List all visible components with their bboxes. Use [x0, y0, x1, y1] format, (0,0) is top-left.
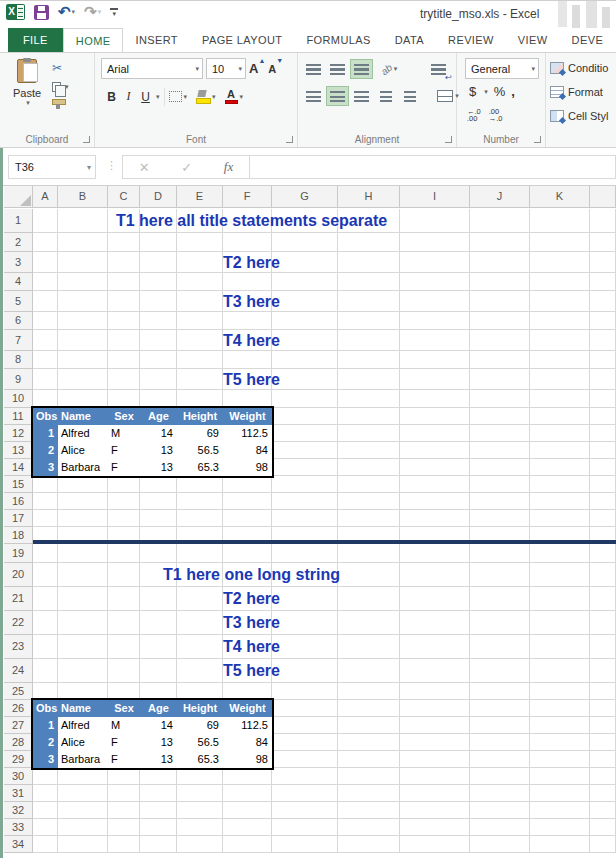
table-cell[interactable]: F — [108, 459, 140, 476]
tab-deve[interactable]: DEVE — [560, 28, 616, 52]
orientation-button[interactable]: ab▾ — [374, 59, 404, 79]
table-cell[interactable]: 2 — [33, 734, 58, 751]
table-cell[interactable]: 56.5 — [177, 734, 223, 751]
row-header-30[interactable]: 30 — [4, 768, 33, 785]
table-cell[interactable]: 65.3 — [177, 751, 223, 768]
row-header-26[interactable]: 26 — [4, 700, 33, 717]
italic-button[interactable]: I — [120, 87, 137, 106]
row-header-23[interactable]: 23 — [4, 635, 33, 659]
cell-title-text[interactable]: T5 here — [33, 659, 470, 683]
tab-file[interactable]: FILE — [8, 28, 63, 52]
table-cell[interactable]: Height — [177, 408, 223, 425]
row-header-18[interactable]: 18 — [4, 527, 33, 544]
column-header-C[interactable]: C — [108, 186, 140, 208]
excel-logo-icon[interactable]: X — [6, 4, 25, 20]
cell-title-text[interactable]: T3 here — [33, 291, 470, 312]
table-cell[interactable]: M — [108, 717, 140, 734]
table-cell[interactable]: 84 — [223, 734, 272, 751]
table-cell[interactable]: Age — [140, 408, 177, 425]
row-header-34[interactable]: 34 — [4, 836, 33, 853]
column-header-A[interactable]: A — [33, 186, 58, 208]
format-as-table-button[interactable]: Format — [550, 86, 603, 98]
conditional-formatting-button[interactable]: Conditio — [550, 62, 608, 74]
table-cell[interactable]: F — [108, 734, 140, 751]
align-bottom-button[interactable] — [350, 59, 373, 79]
align-center-button[interactable] — [326, 86, 349, 106]
table-cell[interactable]: M — [108, 425, 140, 442]
table-cell[interactable]: Sex — [108, 408, 140, 425]
row-header-15[interactable]: 15 — [4, 476, 33, 493]
formula-input[interactable] — [250, 155, 616, 179]
table-cell[interactable]: 1 — [33, 425, 58, 442]
font-dialog-launcher-icon[interactable] — [286, 136, 293, 143]
customize-quick-access-button[interactable]: ▾ — [110, 8, 118, 16]
table-cell[interactable]: Alfred — [58, 717, 108, 734]
table-cell[interactable]: 3 — [33, 751, 58, 768]
bold-button[interactable]: B — [103, 87, 120, 106]
cell-title-text[interactable]: T3 here — [33, 611, 470, 635]
cell-title-text[interactable]: T2 here — [33, 252, 470, 273]
table-cell[interactable]: F — [108, 442, 140, 459]
table-cell[interactable]: 112.5 — [223, 717, 272, 734]
grow-font-button[interactable]: A▲ — [249, 61, 265, 76]
table-cell[interactable]: 14 — [140, 425, 177, 442]
cell-styles-button[interactable]: Cell Styl — [550, 110, 608, 122]
column-header-D[interactable]: D — [140, 186, 177, 208]
row-header-25[interactable]: 25 — [4, 683, 33, 700]
fill-color-icon[interactable] — [196, 90, 210, 104]
save-icon[interactable] — [34, 5, 49, 20]
format-painter-icon[interactable] — [52, 99, 64, 109]
cancel-icon[interactable]: ✕ — [139, 160, 150, 175]
shrink-font-button[interactable]: A▼ — [268, 62, 283, 75]
table-cell[interactable]: Alice — [58, 442, 108, 459]
row-header-4[interactable]: 4 — [4, 273, 33, 291]
paste-button[interactable]: Paste ▾ — [8, 59, 46, 125]
table-cell[interactable]: Alfred — [58, 425, 108, 442]
cut-icon[interactable]: ✂ — [52, 61, 62, 75]
select-all-corner[interactable] — [4, 186, 33, 208]
copy-button[interactable]: ▾ — [52, 82, 69, 92]
clipboard-dialog-launcher-icon[interactable] — [83, 136, 90, 143]
table-cell[interactable]: 3 — [33, 459, 58, 476]
row-header-13[interactable]: 13 — [4, 442, 33, 459]
table-cell[interactable]: Obs — [33, 700, 58, 717]
row-header-29[interactable]: 29 — [4, 751, 33, 768]
alignment-dialog-launcher-icon[interactable] — [445, 136, 452, 143]
column-header-E[interactable]: E — [177, 186, 223, 208]
table-cell[interactable]: 2 — [33, 442, 58, 459]
row-header-20[interactable]: 20 — [4, 563, 33, 587]
table-cell[interactable]: 84 — [223, 442, 272, 459]
increase-indent-button[interactable] — [398, 86, 421, 106]
row-header-19[interactable]: 19 — [4, 544, 33, 563]
align-right-button[interactable] — [350, 86, 373, 106]
row-header-7[interactable]: 7 — [4, 330, 33, 351]
tab-review[interactable]: REVIEW — [436, 28, 506, 52]
row-header-3[interactable]: 3 — [4, 252, 33, 273]
table-cell[interactable]: F — [108, 751, 140, 768]
decrease-indent-button[interactable] — [374, 86, 397, 106]
table-cell[interactable]: Height — [177, 700, 223, 717]
cell-title-text[interactable]: T4 here — [33, 635, 470, 659]
table-cell[interactable]: Name — [58, 700, 108, 717]
cell-title-text[interactable]: T5 here — [33, 369, 470, 390]
row-header-17[interactable]: 17 — [4, 510, 33, 527]
align-middle-button[interactable] — [326, 59, 349, 79]
table-cell[interactable]: 13 — [140, 459, 177, 476]
row-header-5[interactable]: 5 — [4, 291, 33, 312]
underline-dropdown-icon[interactable]: ▾ — [156, 93, 160, 101]
row-header-6[interactable]: 6 — [4, 312, 33, 330]
table-cell[interactable]: 13 — [140, 751, 177, 768]
tab-page-layout[interactable]: PAGE LAYOUT — [190, 28, 294, 52]
row-header-9[interactable]: 9 — [4, 369, 33, 390]
table-cell[interactable]: Barbara — [58, 751, 108, 768]
table-cell[interactable]: Sex — [108, 700, 140, 717]
name-box-dropdown-icon[interactable]: ▾ — [87, 163, 91, 172]
enter-icon[interactable]: ✓ — [181, 160, 192, 175]
table-cell[interactable]: 98 — [223, 751, 272, 768]
column-header-J[interactable]: J — [470, 186, 530, 208]
number-dialog-launcher-icon[interactable] — [534, 136, 541, 143]
row-header-31[interactable]: 31 — [4, 785, 33, 802]
underline-button[interactable]: U — [137, 87, 154, 106]
redo-button[interactable]: ↷▾ — [84, 5, 101, 19]
table-cell[interactable]: 56.5 — [177, 442, 223, 459]
